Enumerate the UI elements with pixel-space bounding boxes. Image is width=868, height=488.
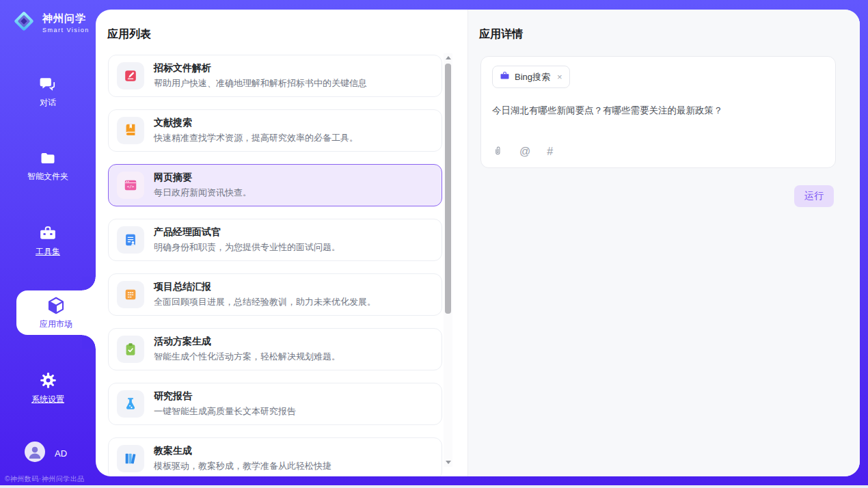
sidebar-item-settings[interactable]: 系统设置 <box>0 371 96 405</box>
at-mention-icon[interactable]: @ <box>519 146 530 158</box>
scroll-up-arrow-icon[interactable] <box>446 56 451 59</box>
sidebar-item-toolset[interactable]: 工具集 <box>0 224 96 258</box>
folder-icon <box>0 150 96 167</box>
composer-toolbar: @ # <box>492 144 553 159</box>
brand-name: 神州问学 <box>42 12 90 25</box>
app-desc: 一键智能生成高质量长文本研究报告 <box>154 405 296 418</box>
scrollbar-thumb[interactable] <box>445 64 451 314</box>
app-name: 文献搜索 <box>154 117 358 129</box>
briefcase-icon <box>500 70 510 83</box>
scroll-down-arrow-icon[interactable] <box>446 461 451 464</box>
sidebar-item-app-market[interactable]: 应用市场 <box>16 290 96 335</box>
pencil-square-icon <box>117 62 144 90</box>
main-content: 应用列表 招标文件解析 帮助用户快速、准确地理解和解析招标书中的关键信息 <box>96 10 860 476</box>
app-list: 招标文件解析 帮助用户快速、准确地理解和解析招标书中的关键信息 文献搜索 快速精… <box>108 55 442 476</box>
bottom-edge <box>0 485 868 488</box>
active-tab-notch-top <box>82 277 96 290</box>
user-initials: AD <box>55 448 67 459</box>
query-input[interactable]: 今日湖北有哪些新闻要点？有哪些需要关注的最新政策？ <box>492 105 824 117</box>
app-name: 活动方案生成 <box>154 336 340 348</box>
paperclip-icon[interactable] <box>492 144 503 159</box>
app-card-activity-plan[interactable]: 活动方案生成 智能生成个性化活动方案，轻松解决规划难题。 <box>108 328 442 370</box>
gear-icon <box>0 371 96 390</box>
app-detail-title: 应用详情 <box>479 27 523 42</box>
app-desc: 全面回顾项目进展，总结经验教训，助力未来优化发展。 <box>154 296 376 308</box>
app-desc: 明确身份和职责，为您提供专业性的面试问题。 <box>154 241 340 254</box>
app-desc: 智能生成个性化活动方案，轻松解决规划难题。 <box>154 351 340 363</box>
app-desc: 每日政府新闻资讯快查。 <box>154 187 252 199</box>
app-card-tender-analysis[interactable]: 招标文件解析 帮助用户快速、准确地理解和解析招标书中的关键信息 <box>108 55 442 97</box>
app-detail-panel: 应用详情 Bing搜索 × 今日湖北有哪些新闻要点？有哪些需要关注的最新政策？ <box>467 10 860 476</box>
app-name: 项目总结汇报 <box>154 281 376 293</box>
app-card-pm-interviewer[interactable]: 产品经理面试官 明确身份和职责，为您提供专业性的面试问题。 <box>108 219 442 261</box>
note-icon <box>117 281 144 308</box>
svg-text:</>: </> <box>127 184 135 189</box>
browser-code-icon: </> <box>117 172 144 199</box>
sidebar: 神州问学 Smart Vision 对话 智能文件夹 <box>0 0 96 488</box>
flask-icon <box>117 390 144 418</box>
sidebar-item-label: 应用市场 <box>40 318 72 330</box>
active-tab-notch-bottom <box>82 335 96 349</box>
cube-icon <box>46 295 66 318</box>
sidebar-item-label: 工具集 <box>0 246 96 258</box>
app-desc: 帮助用户快速、准确地理解和解析招标书中的关键信息 <box>154 77 367 90</box>
clipboard-check-icon <box>117 336 144 363</box>
brand-logo: 神州问学 Smart Vision <box>11 8 90 37</box>
tool-chip-label: Bing搜索 <box>515 71 550 83</box>
app-name: 招标文件解析 <box>154 62 367 74</box>
sidebar-item-smart-folder[interactable]: 智能文件夹 <box>0 150 96 182</box>
brand-subtitle: Smart Vision <box>42 27 90 33</box>
app-desc: 快速精准查找学术资源，提高研究效率的必备工具。 <box>154 132 358 144</box>
resume-person-icon <box>117 226 144 254</box>
sidebar-item-label: 对话 <box>0 97 96 109</box>
app-list-scrollbar[interactable] <box>444 53 452 467</box>
sidebar-item-label: 系统设置 <box>0 394 96 405</box>
app-name: 网页摘要 <box>154 172 252 184</box>
app-desc: 模板驱动，教案秒成，教学准备从此轻松快捷 <box>154 460 331 472</box>
hash-tag-icon[interactable]: # <box>547 146 553 158</box>
toolbox-icon <box>0 224 96 242</box>
book-icon <box>117 117 144 144</box>
app-card-project-summary[interactable]: 项目总结汇报 全面回顾项目进展，总结经验教训，助力未来优化发展。 <box>108 273 442 316</box>
chat-icon <box>0 75 96 93</box>
copyright-footer: ©神州数码·神州问学出品 <box>5 474 95 484</box>
close-icon[interactable]: × <box>557 72 562 82</box>
books-icon <box>117 445 144 472</box>
app-card-web-summary[interactable]: </> 网页摘要 每日政府新闻资讯快查。 <box>108 164 442 206</box>
app-card-literature-search[interactable]: 文献搜索 快速精准查找学术资源，提高研究效率的必备工具。 <box>108 109 442 152</box>
diamond-logo-icon <box>11 8 37 37</box>
app-name: 教案生成 <box>154 445 331 457</box>
run-button[interactable]: 运行 <box>794 185 834 207</box>
app-list-title: 应用列表 <box>107 27 151 42</box>
user-account[interactable]: AD <box>25 442 67 465</box>
app-name: 产品经理面试官 <box>154 226 340 239</box>
app-name: 研究报告 <box>154 390 296 403</box>
avatar <box>25 442 45 465</box>
query-card[interactable]: Bing搜索 × 今日湖北有哪些新闻要点？有哪些需要关注的最新政策？ @ # <box>480 56 836 168</box>
sidebar-item-chat[interactable]: 对话 <box>0 75 96 109</box>
app-card-lesson-plan[interactable]: 教案生成 模板驱动，教案秒成，教学准备从此轻松快捷 <box>108 437 442 476</box>
sidebar-item-label: 智能文件夹 <box>0 171 96 182</box>
tool-chip-bing-search[interactable]: Bing搜索 × <box>492 66 570 88</box>
app-card-research-report[interactable]: 研究报告 一键智能生成高质量长文本研究报告 <box>108 383 442 425</box>
